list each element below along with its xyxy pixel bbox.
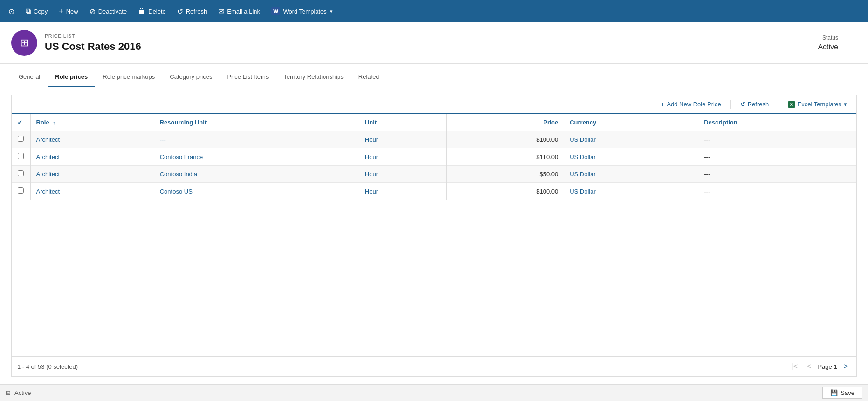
record-type-label: PRICE LIST bbox=[45, 33, 818, 39]
description-cell-2: --- bbox=[698, 166, 856, 183]
new-button[interactable]: + New bbox=[54, 4, 83, 18]
role-cell-2[interactable]: Architect bbox=[30, 166, 154, 183]
excel-chevron-icon: ▾ bbox=[844, 101, 847, 108]
refresh-icon: ↺ bbox=[177, 7, 183, 16]
table-row: Architect Contoso France Hour $110.00 US… bbox=[12, 148, 856, 166]
pagination-summary: 1 - 4 of 53 (0 selected) bbox=[17, 363, 78, 370]
row-checkbox-1[interactable] bbox=[12, 148, 30, 166]
status-bar-right: 💾 Save bbox=[822, 387, 862, 399]
nav-back-button[interactable]: ⊙ bbox=[4, 4, 19, 19]
prev-page-button[interactable]: < bbox=[804, 361, 814, 372]
status-bar-icon: ⊞ bbox=[6, 389, 11, 396]
save-button[interactable]: 💾 Save bbox=[822, 387, 862, 399]
row-checkbox-2[interactable] bbox=[12, 166, 30, 183]
unit-cell-3[interactable]: Hour bbox=[359, 183, 446, 200]
status-bar-text: Active bbox=[14, 389, 31, 396]
tab-role-price-markups[interactable]: Role price markups bbox=[95, 68, 162, 87]
currency-cell-0[interactable]: US Dollar bbox=[564, 131, 698, 148]
tab-category-prices[interactable]: Category prices bbox=[162, 68, 220, 87]
copy-label: Copy bbox=[34, 8, 48, 15]
add-new-role-price-button[interactable]: + Add New Role Price bbox=[657, 99, 725, 110]
copy-icon: ⧉ bbox=[26, 7, 31, 15]
next-page-button[interactable]: > bbox=[841, 361, 851, 372]
table-row: Architect Contoso US Hour $100.00 US Dol… bbox=[12, 183, 856, 200]
status-bar: ⊞ Active 💾 Save bbox=[0, 384, 868, 401]
delete-label: Delete bbox=[148, 8, 166, 15]
currency-cell-2[interactable]: US Dollar bbox=[564, 166, 698, 183]
price-column-header[interactable]: Price bbox=[446, 114, 564, 131]
tab-price-list-items[interactable]: Price List Items bbox=[220, 68, 276, 87]
row-checkbox-3[interactable] bbox=[12, 183, 30, 200]
main-content: ⊞ PRICE LIST US Cost Rates 2016 Status A… bbox=[0, 22, 868, 384]
unit-column-header[interactable]: Unit bbox=[359, 114, 446, 131]
checkbox-1[interactable] bbox=[18, 153, 24, 159]
description-cell-3: --- bbox=[698, 183, 856, 200]
email-icon: ✉ bbox=[218, 7, 224, 16]
tab-related[interactable]: Related bbox=[351, 68, 387, 87]
new-label: New bbox=[66, 8, 78, 15]
description-cell-1: --- bbox=[698, 148, 856, 166]
chevron-down-icon: ▾ bbox=[330, 8, 333, 15]
role-cell-0[interactable]: Architect bbox=[30, 131, 154, 148]
delete-button[interactable]: 🗑 Delete bbox=[133, 4, 171, 18]
grid-refresh-button[interactable]: ↺ Refresh bbox=[737, 99, 773, 110]
checkbox-2[interactable] bbox=[18, 170, 24, 176]
excel-templates-label: Excel Templates bbox=[798, 101, 841, 108]
resourcing-unit-cell-2[interactable]: Contoso India bbox=[154, 166, 359, 183]
role-column-header[interactable]: Role ↑ bbox=[30, 114, 154, 131]
page-nav: |< < Page 1 > bbox=[789, 361, 851, 372]
deactivate-button[interactable]: ⊘ Deactivate bbox=[85, 4, 131, 19]
delete-icon: 🗑 bbox=[138, 7, 145, 15]
check-all-header[interactable]: ✓ bbox=[12, 114, 30, 131]
first-page-button[interactable]: |< bbox=[789, 361, 801, 372]
status-bar-left: ⊞ Active bbox=[6, 389, 31, 396]
unit-cell-1[interactable]: Hour bbox=[359, 148, 446, 166]
currency-cell-3[interactable]: US Dollar bbox=[564, 183, 698, 200]
tabs-bar: General Role prices Role price markups C… bbox=[0, 68, 868, 87]
description-column-header[interactable]: Description bbox=[698, 114, 856, 131]
status-label: Status bbox=[818, 35, 838, 41]
email-link-button[interactable]: ✉ Email a Link bbox=[214, 4, 265, 19]
resourcing-unit-column-header[interactable]: Resourcing Unit bbox=[154, 114, 359, 131]
currency-column-header[interactable]: Currency bbox=[564, 114, 698, 131]
price-cell-1: $110.00 bbox=[446, 148, 564, 166]
grid-toolbar: + Add New Role Price ↺ Refresh X Excel T… bbox=[12, 95, 856, 114]
role-cell-3[interactable]: Architect bbox=[30, 183, 154, 200]
grid-container: + Add New Role Price ↺ Refresh X Excel T… bbox=[11, 95, 857, 377]
resourcing-unit-cell-0[interactable]: --- bbox=[154, 131, 359, 148]
record-header: ⊞ PRICE LIST US Cost Rates 2016 Status A… bbox=[0, 22, 868, 64]
refresh-button[interactable]: ↺ Refresh bbox=[172, 4, 212, 19]
checkmark-icon: ✓ bbox=[17, 119, 22, 126]
word-templates-button[interactable]: W Word Templates ▾ bbox=[267, 5, 338, 18]
tab-general[interactable]: General bbox=[11, 68, 48, 87]
checkbox-0[interactable] bbox=[18, 136, 24, 142]
refresh-label: Refresh bbox=[186, 8, 207, 15]
role-cell-1[interactable]: Architect bbox=[30, 148, 154, 166]
price-cell-3: $100.00 bbox=[446, 183, 564, 200]
save-label: Save bbox=[840, 389, 854, 396]
row-checkbox-0[interactable] bbox=[12, 131, 30, 148]
email-link-label: Email a Link bbox=[227, 8, 260, 15]
resourcing-unit-cell-3[interactable]: Contoso US bbox=[154, 183, 359, 200]
nav-icon: ⊙ bbox=[8, 7, 14, 16]
unit-cell-0[interactable]: Hour bbox=[359, 131, 446, 148]
sort-icon: ↑ bbox=[53, 120, 55, 125]
deactivate-label: Deactivate bbox=[98, 8, 127, 15]
excel-icon: X bbox=[788, 101, 795, 108]
table-wrapper: ✓ Role ↑ Resourcing Unit Unit bbox=[12, 114, 856, 356]
price-cell-2: $50.00 bbox=[446, 166, 564, 183]
new-icon: + bbox=[59, 7, 63, 15]
currency-cell-1[interactable]: US Dollar bbox=[564, 148, 698, 166]
unit-cell-2[interactable]: Hour bbox=[359, 166, 446, 183]
add-new-label: Add New Role Price bbox=[667, 101, 721, 108]
pagination: 1 - 4 of 53 (0 selected) |< < Page 1 > bbox=[12, 356, 856, 376]
tab-role-prices[interactable]: Role prices bbox=[48, 68, 95, 87]
resourcing-unit-cell-1[interactable]: Contoso France bbox=[154, 148, 359, 166]
record-title: US Cost Rates 2016 bbox=[45, 41, 818, 53]
status-value: Active bbox=[818, 43, 838, 51]
excel-templates-button[interactable]: X Excel Templates ▾ bbox=[784, 99, 851, 110]
copy-button[interactable]: ⧉ Copy bbox=[21, 4, 52, 18]
checkbox-3[interactable] bbox=[18, 187, 24, 194]
tab-territory-relationships[interactable]: Territory Relationships bbox=[276, 68, 351, 87]
table-row: Architect Contoso India Hour $50.00 US D… bbox=[12, 166, 856, 183]
